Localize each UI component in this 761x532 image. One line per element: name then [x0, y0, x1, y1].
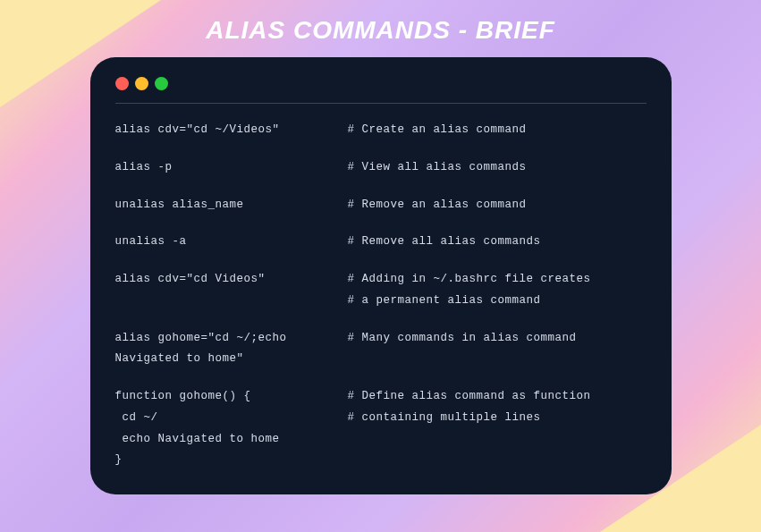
- maximize-icon: [155, 77, 168, 90]
- comment-text: # View all alias commands: [348, 157, 527, 179]
- code-row: Navigated to home": [115, 349, 647, 370]
- spacer: [115, 215, 647, 232]
- command-text: unalias alias_name: [115, 195, 348, 216]
- command-text: alias -p: [115, 157, 348, 179]
- code-row: alias gohome="cd ~/;echo# Many commands …: [115, 328, 647, 350]
- command-text: cd ~/: [115, 408, 348, 429]
- code-row: alias cdv="cd Videos"# Adding in ~/.bash…: [115, 269, 647, 291]
- comment-text: # a permanent alias command: [348, 291, 541, 312]
- command-text: [115, 291, 348, 312]
- command-text: function gohome() {: [115, 386, 348, 408]
- spacer: [115, 312, 647, 328]
- spacer: [115, 370, 647, 386]
- command-text: alias cdv="cd ~/Videos": [115, 120, 348, 141]
- command-text: alias cdv="cd Videos": [115, 269, 348, 291]
- code-row: # a permanent alias command: [115, 291, 647, 312]
- comment-text: # Remove all alias commands: [348, 232, 541, 253]
- spacer: [115, 179, 647, 195]
- comment-text: # Many commands in alias command: [348, 328, 577, 350]
- spacer: [115, 253, 647, 269]
- code-row: function gohome() {# Define alias comman…: [115, 386, 647, 408]
- minimize-icon: [135, 77, 148, 90]
- code-row: unalias -a# Remove all alias commands: [115, 232, 647, 253]
- code-row: alias cdv="cd ~/Videos"# Create an alias…: [115, 120, 647, 141]
- command-text: echo Navigated to home: [115, 429, 348, 451]
- comment-text: # containing multiple lines: [348, 408, 541, 429]
- command-text: alias gohome="cd ~/;echo: [115, 328, 348, 350]
- command-text: }: [115, 450, 348, 471]
- code-row: alias -p# View all alias commands: [115, 157, 647, 179]
- content-wrapper: ALIAS COMMANDS - BRIEF alias cdv="cd ~/V…: [0, 0, 761, 494]
- comment-text: # Adding in ~/.bashrc file creates: [348, 269, 591, 291]
- code-area: alias cdv="cd ~/Videos"# Create an alias…: [115, 120, 647, 471]
- command-text: unalias -a: [115, 232, 348, 253]
- comment-text: # Define alias command as function: [348, 386, 591, 408]
- spacer: [115, 141, 647, 157]
- code-row: }: [115, 450, 647, 471]
- terminal-window: alias cdv="cd ~/Videos"# Create an alias…: [90, 57, 672, 494]
- code-row: unalias alias_name# Remove an alias comm…: [115, 195, 647, 216]
- traffic-lights: [115, 77, 647, 90]
- close-icon: [115, 77, 129, 90]
- code-row: cd ~/# containing multiple lines: [115, 408, 647, 429]
- code-row: echo Navigated to home: [115, 429, 647, 451]
- page-title: ALIAS COMMANDS - BRIEF: [206, 16, 555, 45]
- comment-text: # Create an alias command: [348, 120, 527, 141]
- command-text: Navigated to home": [115, 349, 348, 370]
- comment-text: # Remove an alias command: [348, 195, 527, 216]
- divider: [115, 103, 647, 104]
